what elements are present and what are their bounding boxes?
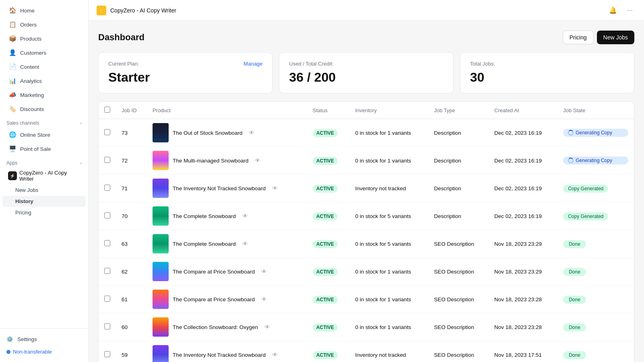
row-checkbox[interactable]	[104, 240, 110, 246]
content-area: Dashboard Pricing New Jobs Current Plan:…	[89, 21, 644, 362]
new-jobs-button[interactable]: New Jobs	[597, 31, 634, 44]
status-badge: Generating Copy	[563, 156, 628, 165]
row-checkbox-cell	[99, 202, 116, 230]
row-checkbox[interactable]	[104, 212, 110, 218]
sidebar-item-copyzero[interactable]: ⚡ CopyZero - AI Copy Writer	[0, 167, 88, 184]
col-created-at: Created At	[489, 102, 557, 119]
product-thumbnail	[153, 206, 169, 226]
non-transferable-dot	[6, 350, 10, 354]
product-name: The Multi-managed Snowboard	[173, 158, 248, 164]
app-icon: ⚡	[97, 6, 106, 15]
select-all-checkbox[interactable]	[104, 107, 110, 113]
row-checkbox-cell	[99, 313, 116, 341]
product-thumbnail	[153, 123, 169, 142]
total-jobs-value: 30	[470, 70, 624, 85]
total-jobs-card: Total Jobs: 30	[460, 52, 634, 93]
pricing-button[interactable]: Pricing	[563, 31, 594, 44]
sidebar-item-label: Analytics	[20, 78, 42, 84]
table-row: 71 The Inventory Not Tracked Snowboard 👁…	[99, 175, 634, 202]
apps-label: Apps	[6, 160, 17, 166]
preview-icon[interactable]: 👁	[242, 241, 248, 247]
row-checkbox[interactable]	[104, 323, 110, 329]
product-thumbnail	[153, 317, 169, 337]
sidebar-item-label: Content	[20, 64, 39, 70]
job-type-cell: SEO Description	[428, 286, 489, 313]
active-badge: ACTIVE	[313, 240, 338, 248]
sidebar-item-label: Customers	[20, 50, 46, 56]
table-row: 73 The Out of Stock Snowboard 👁 ACTIVE 0…	[99, 119, 634, 147]
created-at-cell: Nov 18, 2023 23:29	[489, 258, 557, 286]
row-checkbox[interactable]	[104, 351, 110, 357]
status-cell: ACTIVE	[307, 313, 350, 341]
status-cell: ACTIVE	[307, 230, 350, 258]
sidebar-item-marketing[interactable]: 📣 Marketing	[2, 88, 86, 102]
preview-icon[interactable]: 👁	[261, 268, 267, 275]
status-badge: Done	[563, 268, 586, 276]
sidebar-item-discounts[interactable]: 🏷️ Discounts	[2, 102, 86, 116]
preview-icon[interactable]: 👁	[242, 213, 248, 219]
sidebar-item-content[interactable]: 📄 Content	[2, 60, 86, 74]
product-thumbnail	[153, 234, 169, 253]
sidebar-item-label: Marketing	[20, 92, 44, 98]
marketing-icon: 📣	[9, 91, 16, 99]
sidebar-item-point-of-sale[interactable]: 🖥️ Point of Sale	[2, 142, 86, 156]
status-cell: ACTIVE	[307, 119, 350, 147]
preview-icon[interactable]: 👁	[261, 296, 267, 302]
preview-icon[interactable]: 👁	[249, 130, 254, 136]
job-type-cell: SEO Description	[428, 341, 489, 362]
status-cell: ACTIVE	[307, 286, 350, 313]
preview-icon[interactable]: 👁	[272, 352, 278, 358]
preview-icon[interactable]: 👁	[264, 324, 270, 330]
row-checkbox-cell	[99, 230, 116, 258]
sidebar-item-label: Discounts	[20, 106, 44, 112]
point-of-sale-icon: 🖥️	[9, 145, 16, 152]
col-job-id: Job ID	[116, 102, 147, 119]
discounts-icon: 🏷️	[9, 105, 16, 113]
inventory-cell: 0 in stock for 5 variants	[349, 230, 428, 258]
table-row: 61 The Compare at Price Snowboard 👁 ACTI…	[99, 286, 634, 313]
sidebar-sub-item-history[interactable]: History	[2, 196, 86, 207]
product-cell: The Inventory Not Tracked Snowboard 👁	[147, 175, 307, 202]
sidebar-item-label: Home	[20, 8, 35, 14]
row-checkbox[interactable]	[104, 185, 110, 191]
job-type-cell: Description	[428, 202, 489, 230]
sidebar-item-online-store[interactable]: 🌐 Online Store	[2, 128, 86, 142]
product-name: The Out of Stock Snowboard	[173, 130, 242, 136]
sidebar-item-products[interactable]: 📦 Products	[2, 32, 86, 45]
row-checkbox[interactable]	[104, 129, 110, 135]
manage-link[interactable]: Manage	[244, 61, 262, 67]
spinner-icon	[568, 158, 574, 163]
non-transferable-label: Non-transferable	[13, 349, 52, 355]
preview-icon[interactable]: 👁	[255, 157, 260, 164]
row-checkbox[interactable]	[104, 157, 110, 163]
status-badge: Done	[563, 323, 586, 331]
sidebar-item-customers[interactable]: 👤 Customers	[2, 46, 86, 60]
row-checkbox[interactable]	[104, 296, 110, 302]
sidebar-item-orders[interactable]: 📋 Orders	[2, 18, 86, 31]
active-badge: ACTIVE	[313, 323, 338, 331]
settings-nav-item[interactable]: ⚙️ Settings	[0, 333, 88, 346]
col-product: Product	[147, 102, 307, 119]
col-inventory: Inventory	[349, 102, 428, 119]
job-state-cell: Copy Generated	[557, 202, 634, 230]
row-checkbox-cell	[99, 147, 116, 175]
sidebar-item-analytics[interactable]: 📊 Analytics	[2, 74, 86, 88]
status-cell: ACTIVE	[307, 175, 350, 202]
row-checkbox[interactable]	[104, 268, 110, 274]
status-badge: Copy Generated	[563, 185, 608, 193]
row-checkbox-cell	[99, 286, 116, 313]
product-cell: The Out of Stock Snowboard 👁	[147, 119, 307, 147]
status-cell: ACTIVE	[307, 341, 350, 362]
current-plan-card: Current Plan: Manage Starter	[98, 52, 272, 93]
copyzero-icon: ⚡	[8, 171, 17, 180]
sidebar-item-home[interactable]: 🏠 Home	[2, 4, 86, 17]
more-options-icon[interactable]: ···	[624, 4, 636, 16]
active-badge: ACTIVE	[313, 129, 338, 137]
online-store-icon: 🌐	[9, 131, 16, 138]
home-icon: 🏠	[9, 7, 16, 14]
sidebar-sub-item-pricing[interactable]: Pricing	[2, 207, 86, 218]
sidebar-sub-item-new-jobs[interactable]: New Jobs	[2, 185, 86, 195]
notification-icon[interactable]: 🔔	[607, 4, 619, 16]
job-id-cell: 72	[116, 147, 147, 175]
preview-icon[interactable]: 👁	[272, 185, 278, 191]
